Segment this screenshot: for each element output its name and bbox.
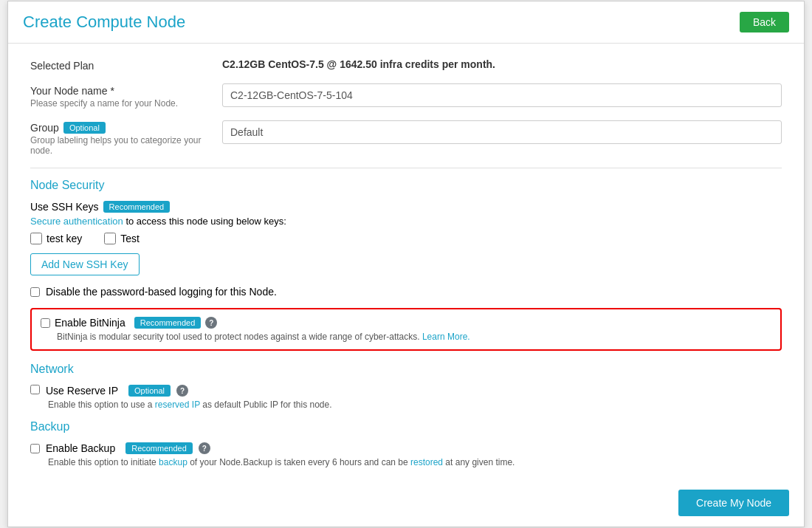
page-footer: Create My Node bbox=[664, 479, 804, 527]
disable-pw-label: Disable the password-based logging for t… bbox=[46, 286, 277, 298]
network-title: Network bbox=[30, 363, 782, 376]
ssh-key-2-checkbox[interactable] bbox=[104, 233, 116, 244]
ssh-key-2[interactable]: Test bbox=[104, 233, 140, 244]
bitninja-badge: Recommended bbox=[134, 317, 202, 329]
node-security-title: Node Security bbox=[30, 179, 782, 192]
ssh-sub-text: to access this node using below keys: bbox=[123, 216, 286, 227]
page-title: Create Compute Node bbox=[23, 13, 185, 32]
bitninja-help-icon[interactable]: ? bbox=[205, 317, 217, 329]
reserve-ip-label: Use Reserve IP bbox=[46, 385, 118, 397]
bitninja-box: Enable BitNinja Recommended ? BitNinja i… bbox=[30, 308, 782, 351]
selected-plan-row: Selected Plan C2.12GB CentOS-7.5 @ 1642.… bbox=[30, 58, 782, 72]
backup-title: Backup bbox=[30, 420, 782, 433]
add-ssh-key-wrapper: Add New SSH Key bbox=[30, 253, 782, 286]
node-name-row: Your Node name * Please specify a name f… bbox=[30, 83, 782, 109]
ssh-auth-desc: Secure authentication to access this nod… bbox=[30, 216, 782, 227]
add-ssh-key-button[interactable]: Add New SSH Key bbox=[30, 253, 140, 275]
bitninja-desc: BitNinja is modular security tool used t… bbox=[57, 332, 771, 342]
node-name-input[interactable] bbox=[222, 83, 782, 107]
enable-backup-checkbox[interactable] bbox=[30, 444, 40, 453]
group-row: Group Optional Group labeling helps you … bbox=[30, 120, 782, 156]
ssh-keys-checkboxes: test key Test bbox=[30, 233, 782, 244]
create-my-node-button[interactable]: Create My Node bbox=[678, 490, 789, 516]
enable-backup-row: Enable Backup Recommended ? bbox=[30, 442, 782, 454]
ssh-key-1[interactable]: test key bbox=[30, 233, 82, 244]
reserve-ip-badge: Optional bbox=[128, 385, 171, 397]
ssh-recommended-badge: Recommended bbox=[103, 201, 171, 213]
reserve-ip-help-icon[interactable]: ? bbox=[176, 385, 188, 397]
bitninja-header: Enable BitNinja Recommended ? bbox=[41, 317, 771, 329]
back-button[interactable]: Back bbox=[740, 12, 789, 32]
reserve-ip-checkbox[interactable] bbox=[30, 385, 40, 394]
ssh-key-1-label: test key bbox=[47, 233, 82, 244]
enable-backup-label: Enable Backup bbox=[46, 442, 115, 454]
bitninja-label: Enable BitNinja bbox=[55, 317, 125, 329]
restore-link[interactable]: restored bbox=[410, 457, 443, 467]
bitninja-learn-more-link[interactable]: Learn More. bbox=[422, 332, 470, 342]
secure-auth-link[interactable]: Secure authentication bbox=[30, 216, 123, 227]
selected-plan-value: C2.12GB CentOS-7.5 @ 1642.50 infra credi… bbox=[222, 55, 495, 70]
main-content: Selected Plan C2.12GB CentOS-7.5 @ 1642.… bbox=[8, 44, 804, 482]
group-label: Group bbox=[30, 122, 59, 134]
backup-link[interactable]: backup bbox=[159, 457, 187, 467]
reserve-ip-row: Use Reserve IP Optional ? bbox=[30, 385, 782, 397]
ssh-key-1-checkbox[interactable] bbox=[30, 233, 42, 244]
bitninja-checkbox[interactable] bbox=[41, 318, 50, 328]
disable-pw-checkbox[interactable] bbox=[30, 287, 40, 297]
ssh-key-2-label: Test bbox=[120, 233, 140, 244]
disable-password-row: Disable the password-based logging for t… bbox=[30, 286, 782, 298]
enable-backup-badge: Recommended bbox=[125, 442, 193, 454]
group-optional-badge: Optional bbox=[63, 122, 106, 134]
backup-desc: Enable this option to initiate backup of… bbox=[48, 457, 782, 467]
selected-plan-label: Selected Plan bbox=[30, 60, 94, 72]
page-header: Create Compute Node Back bbox=[8, 1, 804, 44]
ssh-keys-label-row: Use SSH Keys Recommended bbox=[30, 201, 782, 213]
reserved-ip-link[interactable]: reserved IP bbox=[155, 400, 200, 410]
reserve-ip-desc: Enable this option to use a reserved IP … bbox=[48, 400, 782, 410]
node-name-sub: Please specify a name for your Node. bbox=[30, 98, 222, 109]
backup-help-icon[interactable]: ? bbox=[199, 442, 210, 454]
group-input[interactable] bbox=[222, 120, 782, 144]
group-sub: Group labeling helps you to categorize y… bbox=[30, 135, 222, 156]
ssh-keys-label: Use SSH Keys bbox=[30, 201, 99, 213]
node-name-label: Your Node name * bbox=[30, 85, 222, 97]
